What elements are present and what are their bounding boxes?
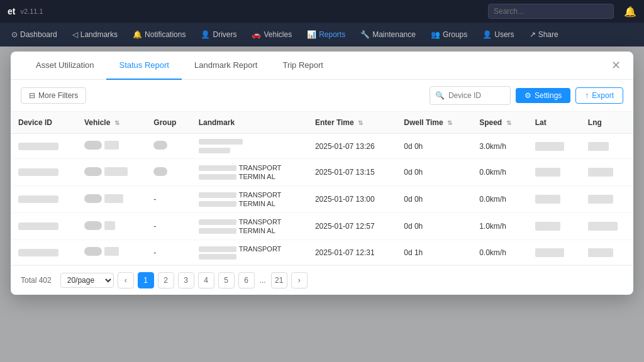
settings-icon: ⚙ — [525, 91, 531, 100]
dashboard-icon: ⊙ — [11, 30, 18, 39]
cell-group: - — [146, 240, 191, 265]
cell-device-id: 863740062... — [11, 134, 77, 159]
modal: Asset Utilization Status Report Landmark… — [11, 52, 633, 295]
pagination: Total 402 20/page 50/page 100/page ‹ 1 2… — [11, 265, 633, 295]
pagination-page-6[interactable]: 6 — [238, 272, 255, 288]
cell-vehicle: ...79 — [77, 240, 146, 265]
cell-speed: 0.0km/h — [472, 159, 527, 186]
nav-dashboard-label: Dashboard — [20, 30, 57, 39]
cell-enter-time: 2025-01-07 12:31 — [308, 240, 396, 265]
cell-device-id: 865648060... — [11, 240, 77, 265]
device-id-search[interactable]: 🔍 — [430, 86, 511, 105]
pagination-prev[interactable]: ‹ — [118, 272, 134, 288]
pagination-page-5[interactable]: 5 — [218, 272, 235, 288]
topbar: et v2.11.1 🔔 — [0, 0, 644, 23]
nav-notifications[interactable]: 🔔 Notifications — [126, 26, 192, 43]
cell-landmark: TRANSPORT TERMIN AL — [191, 213, 308, 240]
device-id-input[interactable] — [448, 91, 505, 100]
table-row: 863740062......05 2025-01-07 13:260d 0h3… — [11, 134, 633, 159]
cell-vehicle: ...05 — [77, 134, 146, 159]
col-dwell-time[interactable]: Dwell Time ⇅ — [396, 112, 472, 134]
data-table: Device ID Vehicle ⇅ Group Landmark — [11, 112, 633, 265]
cell-vehicle: ...1224 — [77, 159, 146, 186]
navmenu: ⊙ Dashboard ◁ Landmarks 🔔 Notifications … — [0, 23, 644, 47]
cell-group — [146, 134, 191, 159]
settings-button[interactable]: ⚙ Settings — [516, 88, 570, 103]
nav-maintenance-label: Maintenance — [372, 30, 416, 39]
total-count: Total 402 — [21, 276, 52, 285]
drivers-icon: 👤 — [201, 30, 210, 39]
cell-lng: ...707... — [580, 159, 633, 186]
export-icon: ↑ — [585, 91, 589, 100]
vehicle-sort-icon: ⇅ — [114, 119, 119, 126]
more-filters-button[interactable]: ⊟ More Filters — [21, 87, 86, 104]
bell-icon[interactable]: 🔔 — [624, 6, 636, 18]
modal-header: Asset Utilization Status Report Landmark… — [11, 52, 633, 80]
cell-vehicle: ...305 — [77, 186, 146, 213]
cell-speed: 0.0km/h — [472, 186, 527, 213]
nav-groups[interactable]: 👥 Groups — [425, 26, 474, 43]
modal-overlay: Asset Utilization Status Report Landmark… — [0, 47, 644, 362]
col-device-id: Device ID — [11, 112, 77, 134]
cell-enter-time: 2025-01-07 12:57 — [308, 213, 396, 240]
cell-group: - — [146, 186, 191, 213]
col-speed[interactable]: Speed ⇅ — [472, 112, 527, 134]
cell-dwell-time: 0d 0h — [396, 213, 472, 240]
nav-drivers-label: Drivers — [213, 30, 236, 39]
cell-landmark: TRANSPORT TERMIN AL — [191, 159, 308, 186]
cell-dwell-time: 0d 0h — [396, 186, 472, 213]
nav-dashboard[interactable]: ⊙ Dashboard — [5, 26, 64, 43]
maintenance-icon: 🔧 — [360, 30, 370, 39]
vehicles-icon: 🚗 — [252, 30, 261, 39]
cell-lng: ...708... — [580, 186, 633, 213]
table-row: 863740065......1224 TRANSPORT TERMIN AL … — [11, 159, 633, 186]
table-row: 863740060......1- TRANSPORT TERMIN AL 20… — [11, 213, 633, 240]
pagination-page-3[interactable]: 3 — [178, 272, 194, 288]
share-icon: ↗ — [530, 30, 536, 39]
nav-drivers[interactable]: 👤 Drivers — [194, 26, 243, 43]
cell-lat: ...6923... — [528, 134, 580, 159]
nav-users-label: Users — [494, 30, 514, 39]
col-lat: Lat — [528, 112, 580, 134]
cell-enter-time: 2025-01-07 13:00 — [308, 186, 396, 213]
nav-reports[interactable]: 📊 Reports — [301, 26, 352, 43]
landmarks-icon: ◁ — [72, 30, 78, 39]
cell-dwell-time: 0d 0h — [396, 159, 472, 186]
col-group: Group — [146, 112, 191, 134]
topbar-search-input[interactable] — [488, 4, 614, 19]
pagination-page-21[interactable]: 21 — [271, 272, 287, 288]
nav-landmarks[interactable]: ◁ Landmarks — [66, 26, 124, 43]
col-enter-time[interactable]: Enter Time ⇅ — [308, 112, 396, 134]
nav-notifications-label: Notifications — [145, 30, 186, 39]
nav-maintenance[interactable]: 🔧 Maintenance — [354, 26, 422, 43]
nav-reports-label: Reports — [319, 30, 345, 39]
cell-lat: ...758... — [528, 186, 580, 213]
cell-landmark: TRANSPORT — [191, 240, 308, 265]
cell-lat: ...7588... — [528, 240, 580, 265]
pagination-page-4[interactable]: 4 — [198, 272, 214, 288]
pagination-next[interactable]: › — [291, 272, 308, 288]
export-button[interactable]: ↑ Export — [575, 87, 623, 104]
cell-lat: ...759... — [528, 159, 580, 186]
tab-trip-report[interactable]: Trip Report — [270, 52, 336, 80]
pagination-page-2[interactable]: 2 — [158, 272, 174, 288]
groups-icon: 👥 — [431, 30, 440, 39]
cell-device-id: 865648060... — [11, 186, 77, 213]
nav-vehicles[interactable]: 🚗 Vehicles — [245, 26, 298, 43]
cell-landmark: TRANSPORT TERMIN AL — [191, 186, 308, 213]
tab-status-report[interactable]: Status Report — [106, 52, 182, 80]
filter-icon: ⊟ — [29, 91, 35, 100]
nav-vehicles-label: Vehicles — [264, 30, 292, 39]
col-vehicle[interactable]: Vehicle ⇅ — [77, 112, 146, 134]
per-page-select[interactable]: 20/page 50/page 100/page — [60, 273, 114, 288]
close-button[interactable]: ✕ — [608, 58, 623, 73]
tab-asset-utilization[interactable]: Asset Utilization — [23, 52, 106, 80]
tab-landmark-report[interactable]: Landmark Report — [182, 52, 270, 80]
cell-enter-time: 2025-01-07 13:26 — [308, 134, 396, 159]
cell-landmark — [191, 134, 308, 159]
users-icon: 👤 — [482, 30, 492, 39]
nav-users[interactable]: 👤 Users — [476, 26, 520, 43]
table-row: 865648060......79- TRANSPORT 2025-01-07 … — [11, 240, 633, 265]
nav-share[interactable]: ↗ Share — [523, 26, 565, 43]
pagination-page-1[interactable]: 1 — [138, 272, 154, 288]
